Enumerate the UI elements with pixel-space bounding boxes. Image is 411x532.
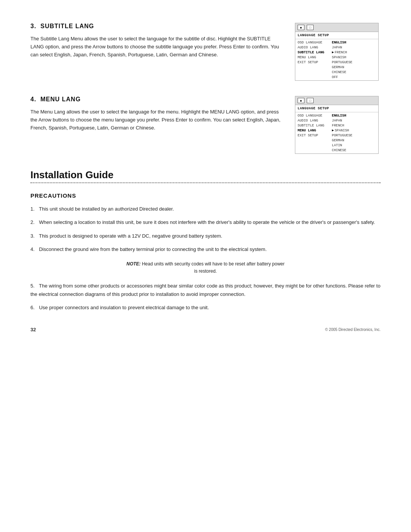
menu-french: FRENCH [332,123,376,128]
subtitle-lang-text: 3. Subtitle Lang The Subtitle Lang Menu … [30,23,282,81]
subtitle-german: GERMAN [332,65,376,70]
subtitle-exit-row: EXIT SETUP [298,60,327,65]
menu-english: ENGLISH [332,113,376,118]
subtitle-audio-row: AUDIO LANG [298,45,327,50]
subtitle-osd-row: OSD LANGUAGE [298,40,327,45]
note-label: NOTE: [126,261,140,267]
subtitle-english: ENGLISH [332,40,376,45]
subtitle-lang-menu-box: ■ □ LANGUAGE SETUP OSD LANGUAGE AUDIO LA… [295,23,379,81]
subtitle-french: ►FRENCH [332,50,376,55]
subtitle-lang-menu-title: LANGUAGE SETUP [295,32,378,39]
menu-japan: JAPAN [332,118,376,123]
menu-osd-row: OSD LANGUAGE [298,113,327,118]
subtitle-portuguese: PORTUGUESE [332,60,376,65]
page-number: 32 [30,327,36,332]
subtitle-lang-menu-body: OSD LANGUAGE AUDIO LANG SUBTITLE LANG ME… [295,39,378,80]
subtitle-off: OFF [332,75,376,80]
menu-lang-menu-image: ■ □ LANGUAGE SETUP OSD LANGUAGE AUDIO LA… [293,96,381,154]
menu-lang-section: 4. Menu Lang The Menu Lang allows the us… [30,96,381,154]
precaution-4: 4. Disconnect the ground wire from the b… [30,245,381,253]
subtitle-lang-menu-image: ■ □ LANGUAGE SETUP OSD LANGUAGE AUDIO LA… [293,23,381,81]
menu-lang-menu-title: LANGUAGE SETUP [295,105,378,112]
menu-subtitle-row: SUBTITLE LANG [298,123,327,128]
precaution-5: 5. The wiring from some other products o… [30,282,381,298]
menu-latin: LATIN [332,143,376,148]
note-text: Head units with security codes will have… [142,261,285,274]
note-block: NOTE: Head units with security codes wil… [126,260,285,275]
installation-guide-title: Installation Guide [30,169,381,181]
precaution-1: 1. This unit should be installed by an a… [30,205,381,213]
subtitle-subtitle-row: SUBTITLE LANG [298,50,327,55]
subtitle-menu-row: MENU LANG [298,55,327,60]
precaution-6: 6. Use proper connectors and insulation … [30,304,381,312]
menu-lang-menu-left: OSD LANGUAGE AUDIO LANG SUBTITLE LANG ME… [295,113,330,153]
menu-lang-text: 4. Menu Lang The Menu Lang allows the us… [30,96,282,154]
menu-lang-menu-body: OSD LANGUAGE AUDIO LANG SUBTITLE LANG ME… [295,112,378,153]
subtitle-lang-title: 3. Subtitle Lang [30,23,282,30]
menu-icon-2: □ [307,25,314,30]
subtitle-lang-menu-left: OSD LANGUAGE AUDIO LANG SUBTITLE LANG ME… [295,40,330,80]
menu-icon-3: ■ [298,98,304,103]
menu-lang-menu-right: ENGLISH JAPAN FRENCH ►SPANISH PORTUGUESE… [330,113,378,153]
menu-exit-row: EXIT SETUP [298,133,327,138]
subtitle-japan: JAPAN [332,45,376,50]
menu-audio-row: AUDIO LANG [298,118,327,123]
precaution-2: 2. When selecting a location to install … [30,218,381,226]
subtitle-lang-body: The Subtitle Lang Menu allows the user t… [30,35,282,59]
menu-menu-row: MENU LANG [298,128,327,133]
menu-spanish: ►SPANISH [332,128,376,133]
menu-lang-menu-header: ■ □ [295,96,378,105]
subtitle-lang-menu-right: ENGLISH JAPAN ►FRENCH SPANISH PORTUGUESE… [330,40,378,80]
subtitle-lang-menu-header: ■ □ [295,23,378,32]
menu-lang-menu-box: ■ □ LANGUAGE SETUP OSD LANGUAGE AUDIO LA… [295,96,379,154]
copyright-text: © 2005 Directed Electronics, Inc. [325,328,381,332]
page-footer: 32 © 2005 Directed Electronics, Inc. [30,327,381,332]
menu-icon-1: ■ [298,25,304,30]
menu-lang-title: 4. Menu Lang [30,96,282,103]
subtitle-spanish: SPANISH [332,55,376,60]
menu-chinese: CHINESE [332,148,376,153]
dotted-divider [30,182,381,183]
menu-german: GERMAN [332,138,376,143]
menu-lang-body: The Menu Lang allows the user to select … [30,108,282,132]
installation-guide-section: Installation Guide Precautions 1. This u… [30,169,381,312]
menu-portuguese: PORTUGUESE [332,133,376,138]
menu-icon-4: □ [307,98,314,103]
precautions-title: Precautions [30,192,381,199]
subtitle-chinese: CHINESE [332,70,376,75]
subtitle-lang-section: 3. Subtitle Lang The Subtitle Lang Menu … [30,23,381,81]
precaution-3: 3. This product is designed to operate w… [30,232,381,240]
